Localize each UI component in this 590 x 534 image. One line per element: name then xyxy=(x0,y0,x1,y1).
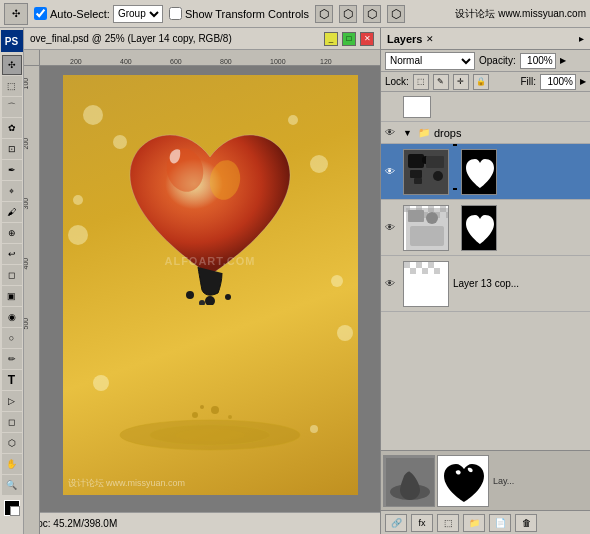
blur-tool[interactable]: ◉ xyxy=(2,307,22,327)
minimize-button[interactable]: _ xyxy=(324,32,338,46)
lock-transparent-btn[interactable]: ⬚ xyxy=(413,74,429,90)
pen-tool[interactable]: ✏ xyxy=(2,349,22,369)
document-area: ove_final.psd @ 25% (Layer 14 copy, RGB/… xyxy=(24,28,380,534)
strip-thumb-svg-2 xyxy=(438,456,489,507)
bokeh-1 xyxy=(83,105,103,125)
opacity-arrow[interactable]: ▶ xyxy=(560,56,566,65)
layer-thumb-13copy xyxy=(403,261,449,307)
close-button[interactable]: ✕ xyxy=(360,32,374,46)
strip-thumb-2[interactable] xyxy=(437,455,489,507)
clone-tool[interactable]: ⊕ xyxy=(2,223,22,243)
link-layers-btn[interactable]: 🔗 xyxy=(385,514,407,532)
autoselect-checkbox[interactable] xyxy=(34,7,47,20)
crop-tool[interactable]: ⊡ xyxy=(2,139,22,159)
fill-input[interactable] xyxy=(540,74,576,90)
eye-icon-13copy[interactable]: 👁 xyxy=(385,278,399,289)
move-tool-icon[interactable]: ✣ xyxy=(4,3,28,25)
bokeh-10 xyxy=(337,325,353,341)
ps-logo: PS xyxy=(1,30,23,52)
svg-point-32 xyxy=(426,212,438,224)
ruler-v-mark4: 400 xyxy=(24,258,29,270)
ruler-mark-600: 600 xyxy=(170,58,182,65)
layer-fx-btn[interactable]: fx xyxy=(411,514,433,532)
zoom-tool[interactable]: 🔍 xyxy=(2,475,22,495)
eyedropper-tool[interactable]: ✒ xyxy=(2,160,22,180)
strip-thumb-1[interactable] xyxy=(383,455,435,507)
ruler-mark-800: 800 xyxy=(220,58,232,65)
eye-icon-grey[interactable]: 👁 xyxy=(385,222,399,233)
bokeh-5 xyxy=(331,275,343,287)
svg-rect-14 xyxy=(408,154,424,168)
3d-tool[interactable]: ⬡ xyxy=(2,433,22,453)
strip-label: Lay... xyxy=(493,476,588,486)
layer-group-drops[interactable]: 👁 ▼ 📁 drops xyxy=(381,122,590,144)
autoselect-select[interactable]: Group xyxy=(113,5,163,23)
opacity-input[interactable] xyxy=(520,53,556,69)
layer-row-14copy[interactable]: 👁 xyxy=(381,144,590,200)
foreground-color[interactable] xyxy=(4,500,20,516)
lock-all-btn[interactable]: 🔒 xyxy=(473,74,489,90)
svg-point-3 xyxy=(205,296,215,305)
top-toolbar: ✣ Auto-Select: Group Show Transform Cont… xyxy=(0,0,590,28)
maximize-button[interactable]: □ xyxy=(342,32,356,46)
gradient-tool[interactable]: ▣ xyxy=(2,286,22,306)
dodge-tool[interactable]: ○ xyxy=(2,328,22,348)
eraser-tool[interactable]: ◻ xyxy=(2,265,22,285)
lock-image-btn[interactable]: ✎ xyxy=(433,74,449,90)
layer-thumb-14copy xyxy=(403,149,449,195)
show-transform-group: Show Transform Controls xyxy=(169,7,309,20)
svg-rect-31 xyxy=(408,210,424,222)
svg-point-9 xyxy=(192,412,198,418)
svg-rect-33 xyxy=(410,226,444,246)
new-group-btn[interactable]: 📁 xyxy=(463,514,485,532)
ruler-mark-200: 200 xyxy=(70,58,82,65)
new-layer-btn[interactable]: 📄 xyxy=(489,514,511,532)
path-select-tool[interactable]: ▷ xyxy=(2,391,22,411)
show-transform-checkbox[interactable] xyxy=(169,7,182,20)
status-text: Doc: 45.2M/398.0M xyxy=(30,518,117,529)
panel-bottom: 🔗 fx ⬚ 📁 📄 🗑 xyxy=(381,510,590,534)
folder-icon-drops: 📁 xyxy=(418,127,430,138)
lock-position-btn[interactable]: ✛ xyxy=(453,74,469,90)
background-color[interactable] xyxy=(10,506,20,516)
align-center-icon[interactable]: ⬡ xyxy=(339,5,357,23)
align-right-icon[interactable]: ⬡ xyxy=(363,5,381,23)
layers-titlebar: Layers ✕ ▸ xyxy=(381,28,590,50)
mask-svg-grey xyxy=(462,206,497,251)
blend-mode-select[interactable]: Normal xyxy=(385,52,475,70)
add-mask-btn[interactable]: ⬚ xyxy=(437,514,459,532)
move-tool[interactable]: ✣ xyxy=(2,55,22,75)
distribute-icon[interactable]: ⬡ xyxy=(387,5,405,23)
history-brush-tool[interactable]: ↩ xyxy=(2,244,22,264)
group-name-drops: drops xyxy=(434,127,462,139)
lasso-tool[interactable]: ⌒ xyxy=(2,97,22,117)
panel-close-btn[interactable]: ▸ xyxy=(579,33,584,44)
ruler-v-mark: 100 xyxy=(24,78,29,90)
healing-tool[interactable]: ⌖ xyxy=(2,181,22,201)
layer-row-blank[interactable] xyxy=(381,92,590,122)
group-expand-arrow[interactable]: ▼ xyxy=(403,128,412,138)
shape-tool[interactable]: ◻ xyxy=(2,412,22,432)
fill-arrow[interactable]: ▶ xyxy=(580,77,586,86)
fill-label: Fill: xyxy=(520,76,536,87)
text-tool[interactable]: T xyxy=(2,370,22,390)
brush-tool[interactable]: 🖌 xyxy=(2,202,22,222)
strip-thumb-svg-1 xyxy=(384,456,435,507)
eye-icon-drops[interactable]: 👁 xyxy=(385,127,399,138)
layer-row-grey[interactable]: 👁 xyxy=(381,200,590,256)
svg-rect-16 xyxy=(414,178,422,184)
delete-layer-btn[interactable]: 🗑 xyxy=(515,514,537,532)
layer-thumb-blank xyxy=(403,96,431,118)
layer-row-13copy[interactable]: 👁 Layer 13 cop... xyxy=(381,256,590,312)
eye-icon-14copy[interactable]: 👁 xyxy=(385,166,399,177)
mask-svg-14copy xyxy=(462,150,497,195)
ruler-mark-400: 400 xyxy=(120,58,132,65)
quick-select-tool[interactable]: ✿ xyxy=(2,118,22,138)
layers-title: Layers xyxy=(387,33,422,45)
thumb-svg-14copy xyxy=(404,150,449,195)
hand-tool[interactable]: ✋ xyxy=(2,454,22,474)
align-left-icon[interactable]: ⬡ xyxy=(315,5,333,23)
autoselect-group: Auto-Select: Group xyxy=(34,5,163,23)
rect-select-tool[interactable]: ⬚ xyxy=(2,76,22,96)
thumb-svg-13copy xyxy=(404,262,449,307)
